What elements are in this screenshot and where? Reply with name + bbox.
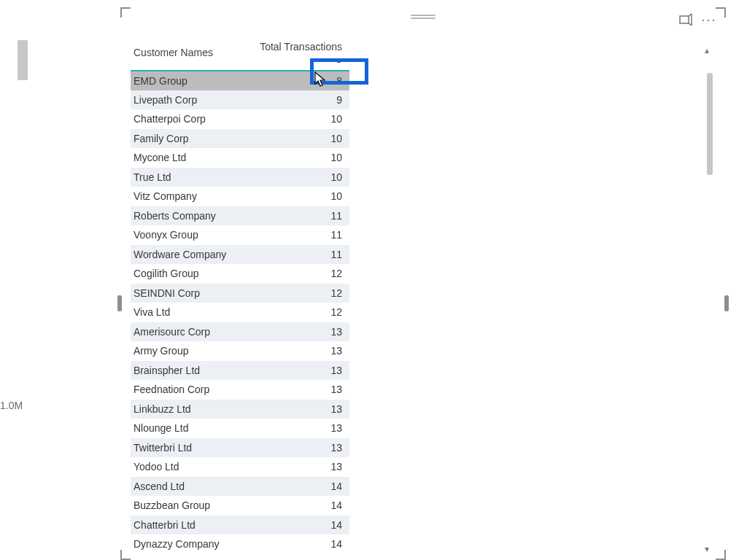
cell-name[interactable]: Ascend Ltd — [131, 477, 244, 497]
left-scrollbar-thumb[interactable] — [18, 40, 28, 80]
cell-name[interactable]: Viva Ltd — [131, 303, 244, 322]
table-row[interactable]: Yodoo Ltd13 — [131, 457, 349, 477]
visual-move-grip[interactable] — [411, 13, 436, 20]
cell-name[interactable]: True Ltd — [131, 168, 244, 187]
cell-value[interactable]: 10 — [244, 109, 349, 129]
column-header-value[interactable]: Total Transactions ▲ — [244, 36, 349, 71]
table-row[interactable]: Army Group13 — [131, 341, 349, 361]
table-row[interactable]: Vitz Company10 — [131, 187, 349, 206]
column-header-value-label: Total Transactions — [260, 41, 342, 52]
cell-value[interactable]: 11 — [244, 206, 349, 226]
scrollbar-thumb[interactable] — [707, 73, 713, 175]
cell-value[interactable]: 13 — [244, 419, 349, 438]
cell-name[interactable]: Twitterbri Ltd — [131, 438, 244, 458]
resize-corner-tl[interactable] — [120, 7, 131, 18]
scroll-down-icon[interactable]: ▾ — [705, 544, 709, 554]
table-row[interactable]: Amerisourc Corp13 — [131, 322, 349, 342]
table-row[interactable]: EMD Group8 — [131, 71, 349, 90]
cell-value[interactable]: 13 — [244, 438, 349, 458]
table-row[interactable]: Brainspher Ltd13 — [131, 361, 349, 381]
table-row[interactable]: Mycone Ltd10 — [131, 148, 349, 168]
cell-name[interactable]: Wordware Company — [131, 245, 244, 265]
table-row[interactable]: Wordware Company11 — [131, 245, 349, 265]
table-row[interactable]: Family Corp10 — [131, 129, 349, 149]
more-options-icon[interactable]: ··· — [701, 12, 717, 28]
cell-name[interactable]: Feednation Corp — [131, 380, 244, 400]
table-row[interactable]: Twitterbri Ltd13 — [131, 438, 349, 458]
cell-name[interactable]: Roberts Company — [131, 206, 244, 226]
cell-name[interactable]: Buzzbean Group — [131, 496, 244, 516]
cell-name[interactable]: Dynazzy Company — [131, 534, 244, 554]
cell-name[interactable]: Family Corp — [131, 129, 244, 149]
axis-tick-label: 1.0M — [0, 400, 23, 411]
cell-value[interactable]: 8 — [244, 71, 349, 90]
table-row[interactable]: Viva Ltd12 — [131, 303, 349, 322]
data-table: Customer Names Total Transactions ▲ EMD … — [131, 36, 349, 554]
cell-value[interactable]: 14 — [244, 516, 349, 535]
table-row[interactable]: Livepath Corp9 — [131, 90, 349, 110]
table-row[interactable]: True Ltd10 — [131, 168, 349, 187]
cell-value[interactable]: 11 — [244, 245, 349, 265]
cell-name[interactable]: Voonyx Group — [131, 225, 244, 245]
cell-value[interactable]: 12 — [244, 284, 349, 303]
cell-value[interactable]: 14 — [244, 477, 349, 497]
cell-value[interactable]: 12 — [244, 264, 349, 284]
cell-name[interactable]: Amerisourc Corp — [131, 322, 244, 342]
cell-value[interactable]: 12 — [244, 303, 349, 322]
column-header-name-label: Customer Names — [133, 47, 213, 58]
cell-value[interactable]: 14 — [244, 534, 349, 554]
cell-name[interactable]: Army Group — [131, 341, 244, 361]
cell-name[interactable]: Linkbuzz Ltd — [131, 400, 244, 419]
cell-name[interactable]: Vitz Company — [131, 187, 244, 206]
resize-handle-left[interactable] — [117, 295, 122, 311]
table-row[interactable]: Ascend Ltd14 — [131, 477, 349, 497]
cell-value[interactable]: 13 — [244, 400, 349, 419]
cell-value[interactable]: 10 — [244, 187, 349, 206]
cell-name[interactable]: Nlounge Ltd — [131, 419, 244, 438]
table-row[interactable]: Chatterpoi Corp10 — [131, 109, 349, 129]
table-row[interactable]: Feednation Corp13 — [131, 380, 349, 400]
cell-value[interactable]: 10 — [244, 148, 349, 168]
resize-handle-right[interactable] — [724, 295, 729, 311]
cell-value[interactable]: 13 — [244, 457, 349, 477]
cell-value[interactable]: 10 — [244, 129, 349, 149]
cell-value[interactable]: 9 — [244, 90, 349, 110]
table-row[interactable]: Voonyx Group11 — [131, 225, 349, 245]
cell-value[interactable]: 10 — [244, 168, 349, 187]
cell-name[interactable]: SEINDNI Corp — [131, 284, 244, 303]
table-row[interactable]: Linkbuzz Ltd13 — [131, 400, 349, 419]
table-row[interactable]: Chatterbri Ltd14 — [131, 516, 349, 535]
table-row[interactable]: SEINDNI Corp12 — [131, 284, 349, 303]
table-row[interactable]: Dynazzy Company14 — [131, 534, 349, 554]
column-header-name[interactable]: Customer Names — [131, 36, 244, 71]
cell-name[interactable]: Chatterpoi Corp — [131, 109, 244, 129]
cell-value[interactable]: 13 — [244, 361, 349, 381]
cell-name[interactable]: Cogilith Group — [131, 264, 244, 284]
cell-value[interactable]: 14 — [244, 496, 349, 516]
resize-corner-bl[interactable] — [120, 550, 131, 560]
cell-value[interactable]: 11 — [244, 225, 349, 245]
cell-value[interactable]: 13 — [244, 341, 349, 361]
table-row[interactable]: Buzzbean Group14 — [131, 496, 349, 516]
sort-ascending-icon: ▲ — [336, 57, 342, 64]
cell-name[interactable]: Livepath Corp — [131, 90, 244, 110]
cell-name[interactable]: Yodoo Ltd — [131, 457, 244, 477]
table-scrollbar[interactable]: ▴ ▾ — [705, 47, 714, 553]
cell-value[interactable]: 13 — [244, 380, 349, 400]
focus-mode-icon[interactable] — [678, 12, 694, 28]
cell-name[interactable]: Mycone Ltd — [131, 148, 244, 168]
visual-toolbar: ··· — [678, 12, 717, 28]
cell-name[interactable]: EMD Group — [131, 71, 244, 90]
table-row[interactable]: Roberts Company11 — [131, 206, 349, 226]
table-row[interactable]: Nlounge Ltd13 — [131, 419, 349, 438]
cell-value[interactable]: 13 — [244, 322, 349, 342]
cell-name[interactable]: Chatterbri Ltd — [131, 516, 244, 535]
cell-name[interactable]: Brainspher Ltd — [131, 361, 244, 381]
table-row[interactable]: Cogilith Group12 — [131, 264, 349, 284]
svg-rect-0 — [680, 16, 689, 23]
resize-corner-tr[interactable] — [716, 7, 726, 18]
resize-corner-br[interactable] — [716, 550, 726, 560]
left-panel: 1.0M — [0, 0, 36, 560]
table-scroll-area: Customer Names Total Transactions ▲ EMD … — [131, 36, 714, 560]
table-visual[interactable]: ··· Customer Names Total Transactions ▲ … — [120, 7, 726, 560]
